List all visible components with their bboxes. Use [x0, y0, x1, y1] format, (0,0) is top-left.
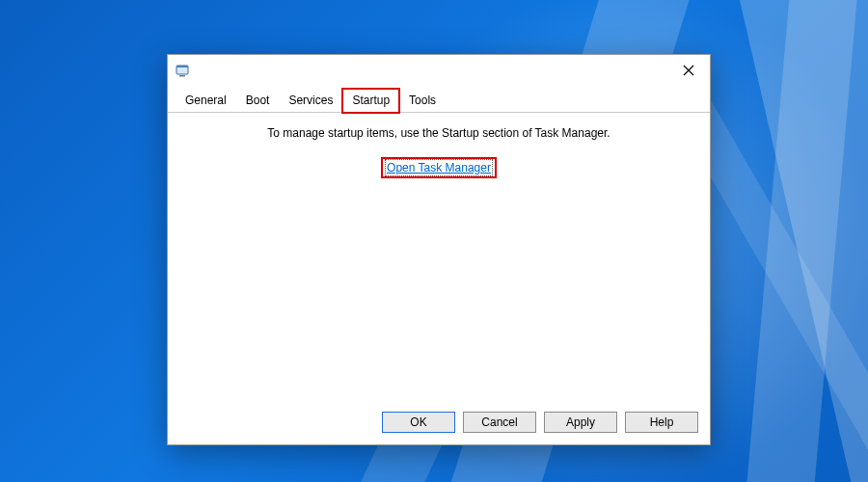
dialog-button-row: OK Cancel Apply Help [168, 404, 710, 444]
tab-startup[interactable]: Startup [342, 89, 399, 113]
cancel-button[interactable]: Cancel [463, 412, 536, 433]
svg-rect-2 [179, 75, 185, 77]
help-button[interactable]: Help [625, 412, 698, 433]
ok-button[interactable]: OK [382, 412, 455, 433]
close-button[interactable] [667, 56, 710, 85]
link-highlight-box: Open Task Manager [381, 157, 497, 178]
tab-boot[interactable]: Boot [236, 89, 280, 113]
msconfig-window: General Boot Services Startup Tools To m… [167, 54, 711, 445]
svg-rect-1 [176, 66, 188, 67]
tab-services[interactable]: Services [279, 89, 342, 113]
tab-content-startup: To manage startup items, use the Startup… [168, 113, 710, 404]
apply-button[interactable]: Apply [544, 412, 617, 433]
open-task-manager-link[interactable]: Open Task Manager [387, 161, 491, 174]
tab-general[interactable]: General [176, 89, 236, 113]
titlebar [168, 55, 710, 86]
app-icon [176, 63, 191, 78]
startup-info-text: To manage startup items, use the Startup… [267, 126, 610, 140]
tab-tools[interactable]: Tools [399, 89, 446, 113]
tab-bar: General Boot Services Startup Tools [168, 88, 710, 113]
